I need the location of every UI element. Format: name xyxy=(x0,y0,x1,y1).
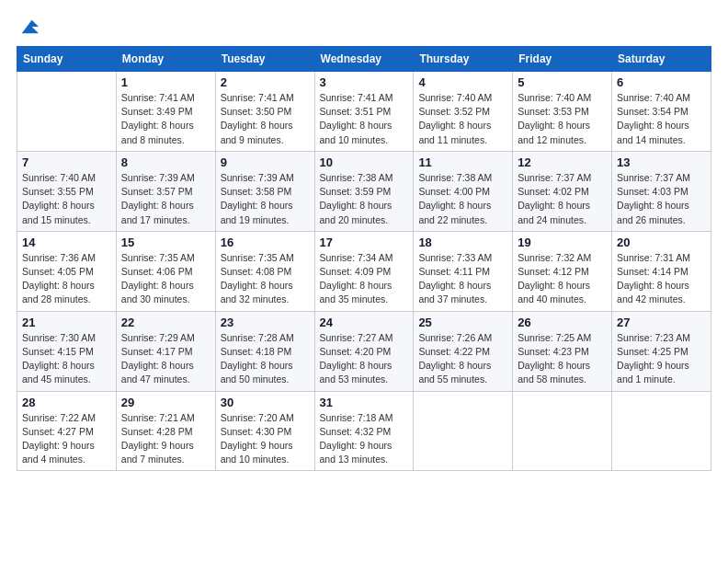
day-number: 21 xyxy=(22,316,111,329)
day-number: 15 xyxy=(121,236,210,249)
weekday-header-wednesday: Wednesday xyxy=(314,47,414,72)
day-number: 16 xyxy=(221,236,310,249)
day-cell-2: 2Sunrise: 7:41 AMSunset: 3:50 PMDaylight… xyxy=(215,72,314,152)
week-row-4: 28Sunrise: 7:22 AMSunset: 4:27 PMDayligh… xyxy=(17,391,711,471)
day-number: 19 xyxy=(518,236,607,249)
header xyxy=(17,17,711,37)
day-number: 3 xyxy=(320,75,409,89)
day-info: Sunrise: 7:35 AMSunset: 4:08 PMDaylight:… xyxy=(221,251,310,307)
day-info: Sunrise: 7:26 AMSunset: 4:22 PMDaylight:… xyxy=(418,331,507,387)
day-info: Sunrise: 7:25 AMSunset: 4:23 PMDaylight:… xyxy=(518,331,607,387)
day-number: 8 xyxy=(121,155,210,169)
day-info: Sunrise: 7:29 AMSunset: 4:17 PMDaylight:… xyxy=(121,331,210,387)
day-number: 5 xyxy=(518,75,607,89)
day-cell-30: 30Sunrise: 7:20 AMSunset: 4:30 PMDayligh… xyxy=(215,391,314,471)
day-info: Sunrise: 7:41 AMSunset: 3:50 PMDaylight:… xyxy=(221,91,310,147)
day-info: Sunrise: 7:21 AMSunset: 4:28 PMDaylight:… xyxy=(121,411,210,467)
day-info: Sunrise: 7:37 AMSunset: 4:02 PMDaylight:… xyxy=(518,171,607,227)
day-info: Sunrise: 7:38 AMSunset: 4:00 PMDaylight:… xyxy=(418,171,507,227)
day-number: 24 xyxy=(320,316,409,329)
day-cell-14: 14Sunrise: 7:36 AMSunset: 4:05 PMDayligh… xyxy=(17,231,117,311)
week-row-3: 21Sunrise: 7:30 AMSunset: 4:15 PMDayligh… xyxy=(17,311,711,391)
day-cell-9: 9Sunrise: 7:39 AMSunset: 3:58 PMDaylight… xyxy=(215,151,314,231)
weekday-header-monday: Monday xyxy=(116,47,215,72)
day-number: 14 xyxy=(22,236,111,249)
day-cell-28: 28Sunrise: 7:22 AMSunset: 4:27 PMDayligh… xyxy=(17,391,117,471)
day-info: Sunrise: 7:34 AMSunset: 4:09 PMDaylight:… xyxy=(320,251,409,307)
day-number: 25 xyxy=(418,316,507,329)
week-row-0: 1Sunrise: 7:41 AMSunset: 3:49 PMDaylight… xyxy=(17,72,711,152)
day-info: Sunrise: 7:36 AMSunset: 4:05 PMDaylight:… xyxy=(22,251,111,307)
day-cell-13: 13Sunrise: 7:37 AMSunset: 4:03 PMDayligh… xyxy=(612,151,711,231)
logo-icon xyxy=(18,17,39,37)
svg-marker-0 xyxy=(22,20,39,34)
day-number: 27 xyxy=(617,316,706,329)
week-row-2: 14Sunrise: 7:36 AMSunset: 4:05 PMDayligh… xyxy=(17,231,711,311)
week-row-1: 7Sunrise: 7:40 AMSunset: 3:55 PMDaylight… xyxy=(17,151,711,231)
day-cell-17: 17Sunrise: 7:34 AMSunset: 4:09 PMDayligh… xyxy=(314,231,414,311)
weekday-header-thursday: Thursday xyxy=(414,47,513,72)
day-cell-23: 23Sunrise: 7:28 AMSunset: 4:18 PMDayligh… xyxy=(215,311,314,391)
day-cell-1: 1Sunrise: 7:41 AMSunset: 3:49 PMDaylight… xyxy=(116,72,215,152)
day-info: Sunrise: 7:40 AMSunset: 3:54 PMDaylight:… xyxy=(617,91,706,147)
day-info: Sunrise: 7:20 AMSunset: 4:30 PMDaylight:… xyxy=(221,411,310,467)
day-info: Sunrise: 7:28 AMSunset: 4:18 PMDaylight:… xyxy=(221,331,310,387)
weekday-header-friday: Friday xyxy=(513,47,612,72)
day-cell-16: 16Sunrise: 7:35 AMSunset: 4:08 PMDayligh… xyxy=(215,231,314,311)
day-info: Sunrise: 7:23 AMSunset: 4:25 PMDaylight:… xyxy=(617,331,706,387)
day-cell-29: 29Sunrise: 7:21 AMSunset: 4:28 PMDayligh… xyxy=(116,391,215,471)
day-number: 29 xyxy=(121,396,210,409)
day-number: 13 xyxy=(617,155,706,169)
weekday-header-row: SundayMondayTuesdayWednesdayThursdayFrid… xyxy=(17,47,711,72)
day-cell-15: 15Sunrise: 7:35 AMSunset: 4:06 PMDayligh… xyxy=(116,231,215,311)
day-info: Sunrise: 7:41 AMSunset: 3:51 PMDaylight:… xyxy=(320,91,409,147)
weekday-header-sunday: Sunday xyxy=(17,47,117,72)
day-cell-19: 19Sunrise: 7:32 AMSunset: 4:12 PMDayligh… xyxy=(513,231,612,311)
day-cell-26: 26Sunrise: 7:25 AMSunset: 4:23 PMDayligh… xyxy=(513,311,612,391)
day-number: 6 xyxy=(617,75,706,89)
day-number: 1 xyxy=(121,75,210,89)
empty-cell xyxy=(17,72,117,152)
day-info: Sunrise: 7:31 AMSunset: 4:14 PMDaylight:… xyxy=(617,251,706,307)
day-cell-27: 27Sunrise: 7:23 AMSunset: 4:25 PMDayligh… xyxy=(612,311,711,391)
day-number: 22 xyxy=(121,316,210,329)
day-number: 11 xyxy=(418,155,507,169)
calendar-table: SundayMondayTuesdayWednesdayThursdayFrid… xyxy=(17,46,711,471)
day-number: 12 xyxy=(518,155,607,169)
day-number: 17 xyxy=(320,236,409,249)
day-cell-20: 20Sunrise: 7:31 AMSunset: 4:14 PMDayligh… xyxy=(612,231,711,311)
empty-cell xyxy=(513,391,612,471)
day-info: Sunrise: 7:39 AMSunset: 3:57 PMDaylight:… xyxy=(121,171,210,227)
day-info: Sunrise: 7:40 AMSunset: 3:55 PMDaylight:… xyxy=(22,171,111,227)
day-info: Sunrise: 7:32 AMSunset: 4:12 PMDaylight:… xyxy=(518,251,607,307)
day-cell-6: 6Sunrise: 7:40 AMSunset: 3:54 PMDaylight… xyxy=(612,72,711,152)
day-cell-21: 21Sunrise: 7:30 AMSunset: 4:15 PMDayligh… xyxy=(17,311,117,391)
day-number: 9 xyxy=(221,155,310,169)
page: SundayMondayTuesdayWednesdayThursdayFrid… xyxy=(0,0,728,563)
day-number: 18 xyxy=(418,236,507,249)
day-cell-4: 4Sunrise: 7:40 AMSunset: 3:52 PMDaylight… xyxy=(414,72,513,152)
day-info: Sunrise: 7:18 AMSunset: 4:32 PMDaylight:… xyxy=(320,411,409,467)
day-cell-11: 11Sunrise: 7:38 AMSunset: 4:00 PMDayligh… xyxy=(414,151,513,231)
day-number: 28 xyxy=(22,396,111,409)
day-number: 31 xyxy=(320,396,409,409)
day-number: 20 xyxy=(617,236,706,249)
day-cell-5: 5Sunrise: 7:40 AMSunset: 3:53 PMDaylight… xyxy=(513,72,612,152)
day-number: 2 xyxy=(221,75,310,89)
day-cell-31: 31Sunrise: 7:18 AMSunset: 4:32 PMDayligh… xyxy=(314,391,414,471)
day-number: 4 xyxy=(418,75,507,89)
day-number: 26 xyxy=(518,316,607,329)
day-info: Sunrise: 7:39 AMSunset: 3:58 PMDaylight:… xyxy=(221,171,310,227)
day-number: 30 xyxy=(221,396,310,409)
day-cell-10: 10Sunrise: 7:38 AMSunset: 3:59 PMDayligh… xyxy=(314,151,414,231)
day-cell-12: 12Sunrise: 7:37 AMSunset: 4:02 PMDayligh… xyxy=(513,151,612,231)
empty-cell xyxy=(612,391,711,471)
day-number: 10 xyxy=(320,155,409,169)
day-info: Sunrise: 7:22 AMSunset: 4:27 PMDaylight:… xyxy=(22,411,111,467)
day-number: 23 xyxy=(221,316,310,329)
day-info: Sunrise: 7:38 AMSunset: 3:59 PMDaylight:… xyxy=(320,171,409,227)
weekday-header-tuesday: Tuesday xyxy=(215,47,314,72)
day-info: Sunrise: 7:30 AMSunset: 4:15 PMDaylight:… xyxy=(22,331,111,387)
day-info: Sunrise: 7:33 AMSunset: 4:11 PMDaylight:… xyxy=(418,251,507,307)
day-cell-25: 25Sunrise: 7:26 AMSunset: 4:22 PMDayligh… xyxy=(414,311,513,391)
